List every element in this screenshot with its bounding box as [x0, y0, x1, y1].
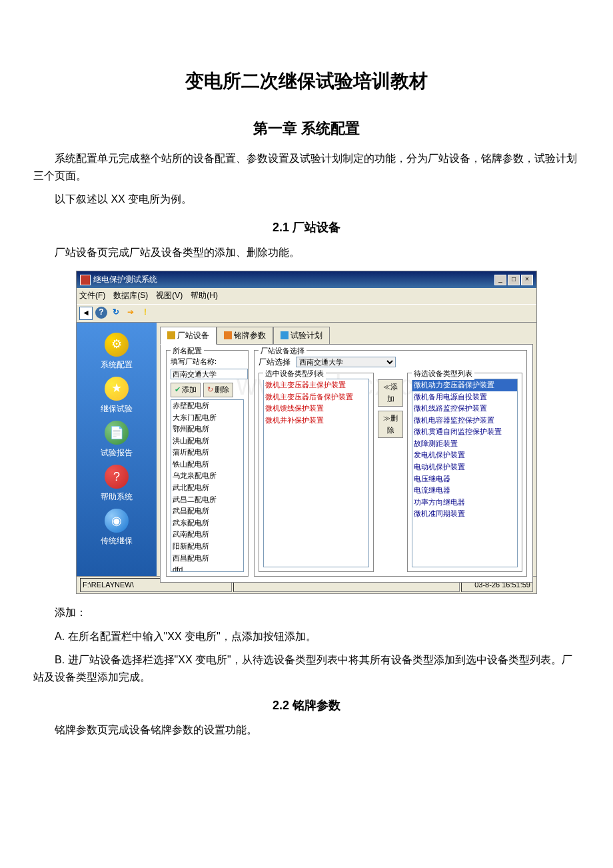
- sidebar-label: 帮助系统: [101, 491, 133, 503]
- toolbar-help-icon[interactable]: ?: [95, 307, 107, 319]
- list-item[interactable]: 微机主变压器主保护装置: [264, 379, 368, 391]
- panel-title: 厂站设备选择: [259, 345, 306, 357]
- list-item[interactable]: 鄂州配电所: [171, 423, 243, 435]
- selected-devices-listbox[interactable]: 微机主变压器主保护装置微机主变压器后备保护装置微机馈线保护装置微机并补保护装置: [263, 379, 369, 567]
- sidebar-item-help[interactable]: ?帮助系统: [101, 465, 133, 503]
- toolbar-left-icon[interactable]: ◄: [79, 307, 93, 320]
- list-item[interactable]: 武南配电所: [171, 529, 243, 541]
- sidebar-item-report[interactable]: 📄试验报告: [101, 421, 133, 459]
- tab-nameplate[interactable]: 铭牌参数: [217, 327, 273, 345]
- btn-label: 删除: [387, 414, 398, 434]
- tabs: 厂站设备 铭牌参数 试验计划: [160, 326, 533, 344]
- tool-bar: ◄ ? ↻ ➔ !: [77, 304, 536, 323]
- list-item[interactable]: 铁山配电所: [171, 459, 243, 471]
- intro-2: 以下叙述以 XX 变电所为例。: [33, 191, 580, 208]
- star-icon: ★: [105, 377, 129, 401]
- candidate-devices-panel: 待选设备类型列表 微机动力变压器保护装置微机备用电源自投装置微机线路监控保护装置…: [407, 373, 522, 572]
- list-item[interactable]: 发电机保护装置: [412, 449, 517, 461]
- btn-label: 添加: [387, 383, 398, 403]
- gear-icon: ⚙: [105, 333, 129, 357]
- tab-label: 厂站设备: [177, 329, 209, 342]
- app-icon: [80, 275, 91, 285]
- tab-label: 铭牌参数: [234, 329, 266, 342]
- list-item[interactable]: 阳新配电所: [171, 541, 243, 553]
- list-item[interactable]: 微机准同期装置: [412, 508, 517, 520]
- section-1-title: 2.1 厂站设备: [33, 218, 580, 237]
- sidebar-label: 系统配置: [101, 359, 133, 371]
- candidate-devices-listbox[interactable]: 微机动力变压器保护装置微机备用电源自投装置微机线路监控保护装置微机电容器监控保护…: [412, 379, 518, 567]
- station-select[interactable]: 西南交通大学: [296, 357, 396, 367]
- chapter-title: 第一章 系统配置: [33, 117, 580, 140]
- list-item[interactable]: 武北配电所: [171, 482, 243, 494]
- doc-title: 变电所二次继保试验培训教材: [33, 67, 580, 97]
- add-step-b: B. 进厂站设备选择栏选择"XX 变电所"，从待选设备类型列表中将其所有设备类型…: [33, 651, 580, 685]
- maximize-button[interactable]: □: [508, 275, 520, 285]
- list-item[interactable]: 电压继电器: [412, 473, 517, 485]
- menu-db[interactable]: 数据库(S): [113, 289, 148, 302]
- window-controls: _ □ ×: [494, 275, 533, 285]
- list-item[interactable]: 赤壁配电所: [171, 400, 243, 412]
- close-button[interactable]: ×: [521, 275, 533, 285]
- menu-file[interactable]: 文件(F): [79, 289, 105, 302]
- delete-station-button[interactable]: ↻删除: [203, 383, 233, 397]
- sidebar-item-config[interactable]: ⚙系统配置: [101, 333, 133, 371]
- list-item[interactable]: 洪山配电所: [171, 435, 243, 447]
- btn-label: 添加: [182, 384, 197, 396]
- list-item[interactable]: 微机馈线保护装置: [264, 403, 368, 415]
- tag-icon: [224, 331, 232, 339]
- move-add-button[interactable]: ≪添加: [378, 379, 403, 407]
- list-item[interactable]: dfd: [171, 564, 243, 572]
- sidebar: ⚙系统配置 ★继保试验 📄试验报告 ?帮助系统 ◉传统继保: [77, 323, 157, 576]
- list-item[interactable]: 微机线路监控保护装置: [412, 403, 517, 415]
- section-2-title: 2.2 铭牌参数: [33, 696, 580, 715]
- move-remove-button[interactable]: ≫删除: [378, 411, 403, 438]
- list-item[interactable]: 电流继电器: [412, 485, 517, 497]
- list-item[interactable]: 微机备用电源自投装置: [412, 391, 517, 403]
- toolbar-refresh-icon[interactable]: ↻: [110, 307, 122, 319]
- app-window: 继电保护测试系统 _ □ × 文件(F) 数据库(S) 视图(V) 帮助(H) …: [76, 271, 537, 594]
- menu-bar: 文件(F) 数据库(S) 视图(V) 帮助(H): [77, 288, 536, 303]
- station-name-input[interactable]: [171, 369, 248, 379]
- list-item[interactable]: 乌龙泉配电所: [171, 470, 243, 482]
- list-item[interactable]: 故障测距装置: [412, 438, 517, 450]
- menu-view[interactable]: 视图(V): [156, 289, 183, 302]
- station-listbox[interactable]: 赤壁配电所大东门配电所鄂州配电所洪山配电所蒲圻配电所铁山配电所乌龙泉配电所武北配…: [171, 399, 244, 572]
- btn-label: 删除: [215, 384, 229, 396]
- tab-plan[interactable]: 试验计划: [273, 327, 330, 345]
- list-item[interactable]: 大东门配电所: [171, 412, 243, 424]
- eye-icon: ◉: [105, 509, 129, 533]
- title-bar: 继电保护测试系统 _ □ ×: [77, 271, 536, 288]
- list-item[interactable]: 西昌配电所: [171, 553, 243, 565]
- panel-title: 选中设备类型列表: [263, 368, 326, 380]
- list-item[interactable]: 微机主变压器后备保护装置: [264, 391, 368, 403]
- list-item[interactable]: 功率方向继电器: [412, 497, 517, 509]
- add-station-button[interactable]: ✔添加: [171, 383, 201, 397]
- list-item[interactable]: 武昌二配电所: [171, 494, 243, 506]
- toolbar-right-icon[interactable]: ➔: [125, 307, 137, 319]
- menu-help[interactable]: 帮助(H): [191, 289, 218, 302]
- list-item[interactable]: 蒲圻配电所: [171, 447, 243, 459]
- sidebar-item-traditional[interactable]: ◉传统继保: [101, 509, 133, 547]
- station-name-panel: 所名配置 填写厂站名称: ✔添加 ↻删除 赤壁配电所大东门配电所鄂州配电所洪山配…: [166, 350, 249, 577]
- device-select-panel: 厂站设备选择 厂站选择 西南交通大学 选中设备类型列表 微机主变压器主保护装置微…: [254, 350, 527, 577]
- check-icon: ✔: [175, 384, 181, 396]
- tab-station-devices[interactable]: 厂站设备: [160, 327, 217, 345]
- window-title: 继电保护测试系统: [93, 273, 157, 286]
- list-item[interactable]: 武东配电所: [171, 517, 243, 529]
- list-item[interactable]: 微机动力变压器保护装置: [412, 379, 517, 391]
- station-name-label: 填写厂站名称:: [171, 356, 244, 368]
- list-item[interactable]: 武昌配电所: [171, 505, 243, 517]
- section-1-desc: 厂站设备页完成厂站及设备类型的添加、删除功能。: [33, 244, 580, 261]
- selected-devices-panel: 选中设备类型列表 微机主变压器主保护装置微机主变压器后备保护装置微机馈线保护装置…: [259, 373, 374, 572]
- list-item[interactable]: 微机贯通自闭监控保护装置: [412, 426, 517, 438]
- sidebar-item-test[interactable]: ★继保试验: [101, 377, 133, 415]
- list-item[interactable]: 电动机保护装置: [412, 461, 517, 473]
- minimize-button[interactable]: _: [494, 275, 506, 285]
- plan-icon: [281, 331, 289, 339]
- station-select-label: 厂站选择: [259, 356, 291, 369]
- panel-title: 待选设备类型列表: [412, 368, 474, 380]
- list-item[interactable]: 微机电容器监控保护装置: [412, 415, 517, 427]
- list-item[interactable]: 微机并补保护装置: [264, 415, 368, 427]
- add-label: 添加：: [33, 604, 580, 621]
- toolbar-info-icon[interactable]: !: [139, 307, 151, 319]
